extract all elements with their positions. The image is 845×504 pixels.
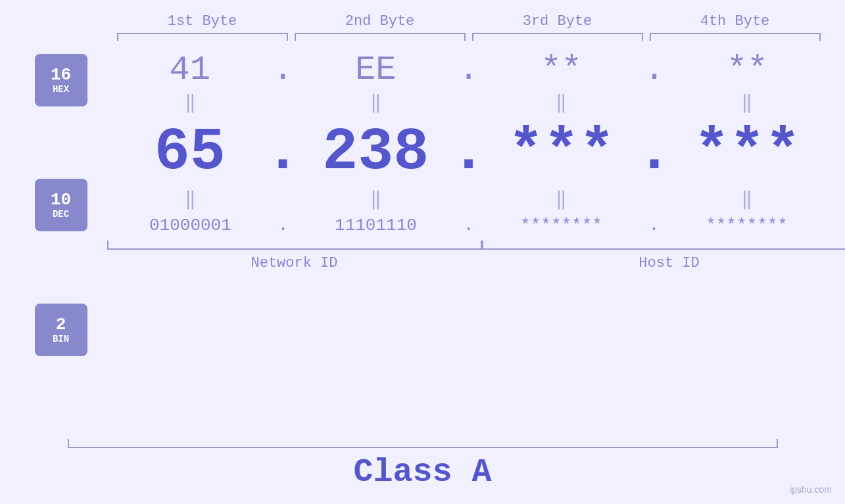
bin-cell-2: 11101110: [293, 216, 460, 235]
dec-cell-2: 238: [293, 119, 459, 186]
hex-cell-2: EE: [293, 51, 459, 89]
equals-row-1: ‖ ‖ ‖ ‖: [107, 89, 831, 116]
bin-dot-1: .: [274, 216, 292, 235]
bin-cell-4: ********: [664, 216, 831, 235]
bracket-byte3: [469, 33, 646, 41]
watermark: ipshu.com: [790, 484, 832, 496]
bracket-byte4: [646, 33, 824, 41]
values-grid: 41 . EE . ** . **: [107, 47, 831, 356]
bin-cell-1: 01000001: [107, 216, 274, 235]
main-container: 1st Byte 2nd Byte 3rd Byte 4th Byte 16 H…: [0, 0, 845, 504]
hex-val2: EE: [355, 51, 396, 89]
hex-val4: **: [727, 51, 767, 89]
hex-cell-3: **: [479, 51, 645, 89]
dec-badge-number: 10: [51, 191, 71, 210]
network-id-section: Network ID: [107, 241, 482, 271]
bin-values-row: 01000001 . 11101110 . ******** .: [107, 216, 831, 235]
dec-val1: 65: [155, 119, 226, 186]
bin-dot-2: .: [459, 216, 477, 235]
class-section: Class A: [0, 439, 845, 491]
hex-badge-label: HEX: [53, 84, 69, 95]
bracket-byte1: [114, 33, 291, 41]
bin-val2: 11101110: [335, 216, 417, 235]
bottom-brackets: Network ID Host ID: [107, 241, 831, 271]
dec-cell-3: ***: [479, 119, 645, 186]
host-id-section: Host ID: [482, 241, 846, 271]
bin-dot-3: .: [644, 216, 663, 235]
class-label: Class A: [353, 453, 491, 491]
bin-val3: ********: [520, 216, 602, 235]
hex-dot-2: .: [459, 51, 479, 89]
bin-badge: 2 BIN: [35, 304, 87, 356]
network-id-bracket: [107, 241, 482, 250]
dec-dot-2: .: [459, 119, 479, 186]
network-id-label: Network ID: [251, 255, 337, 271]
top-brackets-row: [0, 33, 845, 41]
dec-val4: ***: [694, 119, 800, 186]
hex-values-row: 41 . EE . ** . **: [107, 51, 831, 89]
dec-val3: ***: [508, 119, 615, 186]
hex-val1: 41: [170, 51, 210, 89]
hex-cell-1: 41: [107, 51, 274, 89]
host-id-label: Host ID: [639, 255, 699, 271]
dec-badge-label: DEC: [53, 209, 69, 219]
bin-cell-3: ********: [478, 216, 645, 235]
byte4-header: 4th Byte: [646, 13, 824, 30]
byte3-header: 3rd Byte: [469, 13, 646, 30]
byte-headers-row: 1st Byte 2nd Byte 3rd Byte 4th Byte: [0, 0, 845, 30]
dec-badge: 10 DEC: [35, 179, 87, 231]
hex-dot-1: .: [273, 51, 293, 89]
bin-badge-label: BIN: [53, 334, 69, 344]
hex-badge-number: 16: [51, 66, 71, 85]
class-bracket: [68, 439, 778, 448]
byte2-header: 2nd Byte: [291, 13, 469, 30]
hex-badge: 16 HEX: [35, 54, 87, 106]
hex-dot-3: .: [644, 51, 664, 89]
host-id-bracket: [482, 241, 846, 250]
dec-dot-3: .: [644, 119, 664, 186]
dec-cell-1: 65: [107, 119, 274, 186]
bracket-byte2: [291, 33, 469, 41]
dec-val2: 238: [322, 119, 429, 186]
byte1-header: 1st Byte: [114, 13, 291, 30]
watermark-text: ipshu.com: [790, 484, 832, 495]
dec-values-row: 65 . 238 . *** . ***: [107, 119, 831, 186]
bin-val4: ********: [706, 216, 788, 235]
equals-row-2: ‖ ‖ ‖ ‖: [107, 186, 831, 212]
bin-badge-number: 2: [56, 315, 66, 334]
hex-cell-4: **: [664, 51, 831, 89]
dec-cell-4: ***: [664, 119, 831, 186]
hex-val3: **: [541, 51, 582, 89]
bin-val1: 01000001: [149, 216, 231, 235]
dec-dot-1: .: [273, 119, 293, 186]
badges-column: 16 HEX 10 DEC 2 BIN: [15, 47, 107, 356]
